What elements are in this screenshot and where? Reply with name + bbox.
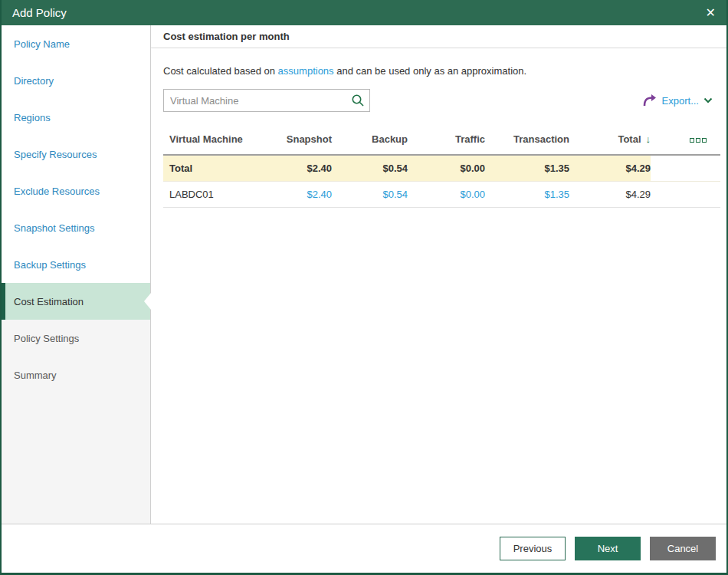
selected-step-pointer [144, 293, 151, 310]
sidebar-item-exclude-resources[interactable]: Exclude Resources [2, 172, 150, 209]
step-label: Summary [14, 370, 57, 381]
search-input[interactable] [164, 90, 346, 111]
vm-name-cell: LABDC01 [163, 181, 278, 207]
traffic-cost-cell: $0.00 [408, 181, 485, 207]
column-header-virtual-machine[interactable]: Virtual Machine [163, 124, 278, 155]
export-control[interactable]: Export... [642, 94, 713, 107]
column-chooser-cell [651, 124, 720, 155]
intro-text: Cost calculated based on assumptions and… [163, 65, 714, 77]
sidebar-item-cost-estimation[interactable]: Cost Estimation [2, 283, 150, 320]
export-label: Export... [662, 95, 699, 107]
step-label: Directory [14, 75, 54, 87]
transaction-cost-link[interactable]: $1.35 [544, 189, 569, 200]
column-header-label: Total [618, 133, 641, 145]
sidebar-item-specify-resources[interactable]: Specify Resources [2, 136, 150, 172]
assumptions-link[interactable]: assumptions [278, 65, 334, 77]
column-header-transaction[interactable]: Transaction [485, 124, 569, 155]
column-header-snapshot[interactable]: Snapshot [278, 124, 332, 155]
total-traffic-cell: $0.00 [408, 155, 485, 181]
column-header-total[interactable]: Total↓ [569, 124, 651, 155]
add-policy-dialog: Add Policy ✕ Policy Name Directory Regio… [0, 0, 728, 575]
sidebar-item-directory[interactable]: Directory [2, 62, 150, 99]
forward-arrow-icon [642, 94, 657, 107]
total-empty-cell [651, 155, 720, 181]
dialog-footer: Previous Next Cancel [2, 524, 726, 573]
total-total-cell: $4.29 [569, 155, 651, 181]
dialog-body: Policy Name Directory Regions Specify Re… [2, 25, 726, 524]
total-snapshot-cell: $2.40 [278, 155, 332, 181]
backup-cost-cell: $0.54 [332, 181, 408, 207]
sidebar-item-policy-settings: Policy Settings [2, 320, 150, 356]
sidebar-item-regions[interactable]: Regions [2, 99, 150, 136]
step-label: Snapshot Settings [14, 222, 95, 234]
previous-button[interactable]: Previous [500, 537, 566, 560]
search-box [163, 89, 370, 112]
total-label-cell: Total [163, 155, 278, 181]
total-transaction-cell: $1.35 [485, 155, 569, 181]
sidebar-item-snapshot-settings[interactable]: Snapshot Settings [2, 209, 150, 246]
close-icon[interactable]: ✕ [706, 7, 716, 19]
step-label: Policy Name [14, 38, 70, 50]
section-header: Cost estimation per month [151, 25, 726, 48]
step-label: Regions [14, 112, 51, 123]
wizard-steps-sidebar: Policy Name Directory Regions Specify Re… [2, 25, 151, 524]
column-header-traffic[interactable]: Traffic [408, 124, 485, 155]
sidebar-item-policy-name[interactable]: Policy Name [2, 25, 150, 62]
step-label: Exclude Resources [14, 186, 100, 197]
snapshot-cost-cell: $2.40 [278, 181, 332, 207]
total-backup-cell: $0.54 [332, 155, 408, 181]
step-label: Cost Estimation [14, 296, 84, 307]
magnifier-icon[interactable] [346, 94, 369, 107]
chevron-down-icon [703, 97, 713, 104]
snapshot-cost-link[interactable]: $2.40 [307, 189, 332, 200]
sidebar-item-summary: Summary [2, 356, 150, 393]
traffic-cost-link[interactable]: $0.00 [460, 189, 485, 200]
table-toolbar: Export... [163, 89, 714, 112]
row-empty-cell [651, 181, 720, 207]
column-header-backup[interactable]: Backup [332, 124, 408, 155]
cost-estimation-table: Virtual Machine Snapshot Backup Traffic … [163, 124, 720, 208]
intro-pre: Cost calculated based on [163, 65, 278, 77]
backup-cost-link[interactable]: $0.54 [382, 189, 408, 200]
total-cost-cell: $4.29 [569, 181, 651, 207]
sidebar-item-backup-settings[interactable]: Backup Settings [2, 246, 150, 283]
table-total-row: Total $2.40 $0.54 $0.00 $1.35 $4.29 [163, 155, 720, 181]
step-label: Specify Resources [14, 149, 97, 160]
table-row: LABDC01 $2.40 $0.54 $0.00 $1.35 $4.29 [163, 181, 720, 207]
dialog-titlebar: Add Policy ✕ [2, 0, 726, 25]
next-button[interactable]: Next [575, 537, 641, 560]
transaction-cost-cell: $1.35 [485, 181, 569, 207]
content-spacer [151, 208, 726, 524]
table-header-row: Virtual Machine Snapshot Backup Traffic … [163, 124, 720, 155]
step-content: Cost estimation per month Cost calculate… [151, 25, 726, 524]
cancel-button[interactable]: Cancel [650, 537, 716, 560]
dialog-title: Add Policy [12, 6, 67, 19]
section-title: Cost estimation per month [163, 31, 290, 42]
step-label: Policy Settings [14, 333, 79, 344]
column-chooser-icon[interactable] [690, 138, 707, 143]
intro-post: and can be used only as an approximation… [334, 65, 527, 77]
sort-desc-icon: ↓ [646, 133, 651, 145]
step-label: Backup Settings [14, 259, 86, 271]
